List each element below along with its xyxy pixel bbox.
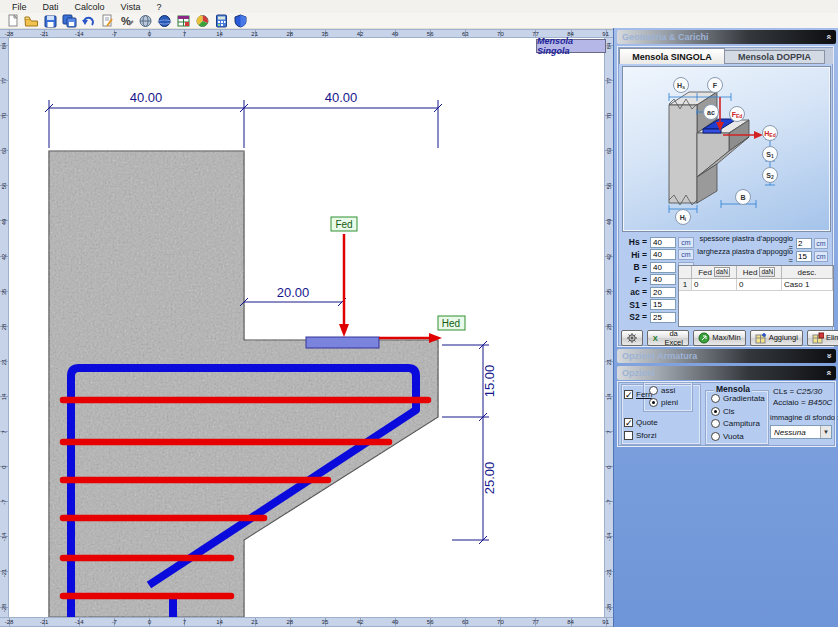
unit-dan-button[interactable]: daN: [759, 267, 775, 277]
radio-icon[interactable]: [649, 398, 658, 407]
field-input-hs[interactable]: [650, 237, 676, 248]
load-table-cell[interactable]: 0: [737, 279, 782, 291]
radio-pieni[interactable]: pieni: [649, 398, 678, 407]
radio-vuota[interactable]: Vuota: [711, 432, 744, 441]
percent-tools-icon: %: [119, 14, 134, 28]
radio-assi[interactable]: assi: [649, 386, 675, 395]
radio-icon[interactable]: [649, 386, 658, 395]
ruler-tick-label: 0: [148, 31, 151, 37]
menu-item-file[interactable]: File: [4, 1, 35, 13]
material-label: Acciaio =: [773, 398, 808, 407]
ruler-tick-label: -21: [1, 568, 7, 577]
section-header-opzioni[interactable]: Opzioni «: [617, 366, 836, 380]
toolbar-percent-tools-button[interactable]: %: [118, 13, 135, 28]
collapse-up-icon: «: [823, 370, 833, 375]
plate-field-input[interactable]: [796, 251, 812, 262]
button-label: Elimina: [826, 333, 838, 342]
toolbar-shield-button[interactable]: [232, 13, 249, 28]
menu-item-vista[interactable]: Vista: [113, 1, 149, 13]
checkbox-icon[interactable]: [624, 431, 633, 440]
menu-item-dati[interactable]: Dati: [35, 1, 67, 13]
button-max-min[interactable]: Max/Min: [693, 330, 745, 346]
section-header-opzioni-armatura[interactable]: Opzioni Armatura «: [617, 349, 836, 363]
checkbox-icon[interactable]: ✓: [624, 390, 633, 399]
radio-icon[interactable]: [711, 394, 720, 403]
shield-icon: [233, 14, 248, 28]
button-elimina[interactable]: Elimina: [807, 330, 838, 346]
plate-field-input[interactable]: [796, 238, 812, 249]
schematic-label-s2: S2: [763, 168, 778, 183]
ruler-tick-label: -7: [112, 31, 117, 37]
app-window: FileDatiCalcoloVista? % -28-21-14-707142…: [0, 0, 838, 627]
side-panel: Geometria & Carichi « Mensola SINGOLA Me…: [613, 28, 838, 627]
plate-field-unit: cm: [814, 251, 828, 262]
radio-campitura[interactable]: Campitura: [711, 419, 760, 428]
unit-dan-button[interactable]: daN: [714, 267, 730, 277]
drawing-canvas: 40.00 40.00 20.00: [9, 38, 604, 617]
button-settings[interactable]: [621, 330, 643, 346]
background-image-label: immagine di sfondo :: [770, 413, 838, 422]
menu-item-calcolo[interactable]: Calcolo: [67, 1, 113, 13]
load-table-cell[interactable]: Caso 1: [782, 279, 833, 291]
ruler-tick-label: 28: [286, 31, 293, 37]
checkbox-icon[interactable]: ✓: [624, 418, 633, 427]
section-header-geometria[interactable]: Geometria & Carichi «: [617, 30, 836, 44]
ruler-tick-label: 7: [1, 430, 7, 433]
toolbar-open-folder-button[interactable]: [23, 13, 40, 28]
ruler-tick-label: 0: [606, 466, 612, 469]
load-table-column-header: HeddaN: [737, 266, 782, 279]
ruler-tick-label: 14: [606, 394, 612, 401]
radio-icon[interactable]: [711, 407, 720, 416]
radio-label: Gradientata: [723, 394, 765, 403]
toolbar-color-wheel-button[interactable]: [194, 13, 211, 28]
toolbar-save-button[interactable]: [42, 13, 59, 28]
toolbar-excel-import-button[interactable]: [175, 13, 192, 28]
tab-mensola-doppia[interactable]: Mensola DOPPIA: [725, 50, 825, 64]
ruler-tick-label: 14: [1, 394, 7, 401]
menu-item-help[interactable]: ?: [148, 1, 169, 13]
ruler-tick-label: 56: [1, 183, 7, 190]
ruler-tick-label: -14: [1, 533, 7, 542]
dim-span-right-label: 40.00: [325, 90, 358, 105]
load-table-cell[interactable]: 0: [692, 279, 737, 291]
row-number-cell[interactable]: 1: [679, 279, 692, 291]
toolbar-new-file-button[interactable]: [4, 13, 21, 28]
field-input-b[interactable]: [650, 262, 676, 273]
ruler-tick-label: 21: [251, 619, 258, 625]
load-table-column-header: FeddaN: [692, 266, 737, 279]
button-aggiungi[interactable]: Aggiungi: [750, 330, 803, 346]
background-image-select[interactable]: Nessuna ▼: [770, 425, 832, 439]
schematic-label-ac: ac: [704, 105, 719, 120]
ruler-tick-label: 56: [606, 183, 612, 190]
radio-icon[interactable]: [711, 432, 720, 441]
checkbox-label: Sforzi: [636, 431, 656, 440]
checkbox-sforzi[interactable]: Sforzi: [624, 431, 656, 440]
load-table: FeddaNHeddaNdesc. 100Caso 1: [678, 265, 834, 327]
ruler-tick-label: -7: [606, 500, 612, 505]
toolbar-globe-button[interactable]: [137, 13, 154, 28]
radio-cls[interactable]: Cls: [711, 407, 735, 416]
ruler-tick-label: 21: [251, 31, 258, 37]
toolbar-save-all-button[interactable]: [61, 13, 78, 28]
checkbox-quote[interactable]: ✓Quote: [624, 418, 658, 427]
ruler-tick-label: 63: [462, 619, 469, 625]
field-input-ac[interactable]: [650, 287, 676, 298]
field-input-s1[interactable]: [650, 299, 676, 310]
radio-gradientata[interactable]: Gradientata: [711, 394, 765, 403]
field-input-hi[interactable]: [650, 249, 676, 260]
plate-field-unit: cm: [814, 238, 828, 249]
toolbar-edit-report-button[interactable]: [99, 13, 116, 28]
toolbar-calculator-button[interactable]: [213, 13, 230, 28]
field-input-s2[interactable]: [650, 312, 676, 323]
ruler-tick-label: 21: [606, 359, 612, 366]
button-da-excel[interactable]: Xda Excel: [647, 330, 689, 346]
tab-mensola-singola[interactable]: Mensola SINGOLA: [619, 48, 725, 64]
toolbar-info-sphere-button[interactable]: [156, 13, 173, 28]
background-image-value: Nessuna: [774, 428, 806, 437]
toolbar-undo-button[interactable]: [80, 13, 97, 28]
new-file-icon: [5, 14, 20, 28]
field-input-f[interactable]: [650, 274, 676, 285]
radio-label: Cls: [723, 407, 735, 416]
radio-icon[interactable]: [711, 419, 720, 428]
section-title-geometria: Geometria & Carichi: [622, 32, 709, 42]
